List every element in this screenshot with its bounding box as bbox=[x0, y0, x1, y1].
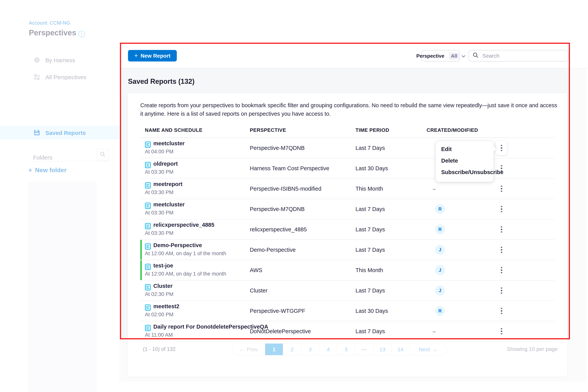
page-title: Perspectives bbox=[29, 28, 76, 37]
pagination-next-button[interactable]: Next → bbox=[409, 344, 446, 355]
perspective-filter-dropdown[interactable]: Perspective All bbox=[422, 50, 460, 62]
column-header-perspective: PERSPECTIVE bbox=[250, 127, 286, 133]
row-actions-menu-button[interactable] bbox=[496, 141, 507, 155]
report-time-period: Last 7 Days bbox=[356, 199, 385, 219]
row-actions-menu-button[interactable] bbox=[496, 182, 507, 196]
table-row[interactable]: Demo-Perspective At 12:00 AM, on day 1 o… bbox=[140, 240, 554, 260]
report-perspective: Perspective-WTGGPF bbox=[250, 301, 305, 321]
search-icon bbox=[473, 52, 478, 60]
owner-avatar: R bbox=[435, 224, 445, 234]
report-created-cell: J bbox=[426, 260, 454, 280]
report-schedule: At 02:30 PM bbox=[145, 291, 174, 297]
row-actions-menu-button[interactable] bbox=[496, 283, 507, 298]
info-icon[interactable]: i bbox=[78, 31, 85, 37]
pagination-page-button[interactable]: 2 bbox=[283, 344, 301, 355]
context-menu-item[interactable]: Edit bbox=[436, 143, 494, 155]
report-name: oldreport bbox=[153, 161, 178, 167]
table-header-row: NAME AND SCHEDULE PERSPECTIVE TIME PERIO… bbox=[140, 125, 554, 138]
report-created-cell: R bbox=[426, 301, 454, 321]
report-document-icon bbox=[145, 284, 151, 292]
context-menu-item[interactable]: Subscribe/Unsubscribe bbox=[436, 166, 494, 178]
report-time-period: This Month bbox=[356, 179, 383, 199]
pagination-page-button[interactable]: 4 bbox=[319, 344, 337, 355]
report-name: meetcluster bbox=[153, 202, 185, 208]
row-actions-menu-button[interactable] bbox=[496, 263, 507, 278]
new-report-label: New Report bbox=[141, 53, 171, 59]
report-name: meettest2 bbox=[153, 303, 179, 309]
arrow-right-icon: → bbox=[432, 346, 438, 352]
per-page-label: Showing 10 per page bbox=[480, 346, 558, 352]
row-actions-menu-button[interactable] bbox=[496, 222, 507, 237]
report-document-icon bbox=[145, 264, 151, 272]
pagination-prev-button[interactable]: ← Prev bbox=[232, 344, 265, 355]
report-created-cell: J bbox=[426, 280, 454, 300]
table-row[interactable]: meetcluster At 03:30 PM Perspective-M7QD… bbox=[140, 199, 554, 220]
sidebar-item-all-perspectives[interactable]: All Perspectives bbox=[0, 70, 120, 84]
chevron-down-icon bbox=[462, 52, 466, 59]
harness-logo-icon bbox=[34, 56, 40, 64]
pagination-page-button[interactable]: 1 bbox=[265, 344, 283, 355]
report-document-icon bbox=[145, 304, 151, 312]
new-report-button[interactable]: + New Report bbox=[128, 50, 177, 62]
report-time-period: Last 7 Days bbox=[356, 240, 385, 260]
report-created-cell: R bbox=[426, 199, 454, 219]
folders-empty-area bbox=[28, 182, 96, 392]
owner-avatar: J bbox=[435, 265, 445, 275]
report-schedule: At 12:00 AM, on day 1 of the month bbox=[145, 250, 226, 256]
new-folder-button[interactable]: + New folder bbox=[28, 167, 66, 174]
report-created-cell: J bbox=[426, 240, 454, 260]
row-actions-menu-button[interactable] bbox=[496, 202, 507, 216]
report-name: test-joe bbox=[153, 262, 173, 269]
report-perspective: Perspective-M7QDNB bbox=[250, 138, 304, 158]
report-document-icon bbox=[145, 243, 151, 251]
row-actions-menu-button[interactable] bbox=[496, 324, 507, 338]
table-row[interactable]: relicxperspective_4885 At 03:30 PM relic… bbox=[140, 220, 554, 240]
row-actions-menu-button[interactable] bbox=[496, 242, 507, 257]
owner-avatar: J bbox=[435, 286, 445, 296]
kebab-icon bbox=[501, 308, 502, 314]
table-row[interactable]: meetreport At 03:30 PM Perspective-ISIBN… bbox=[140, 179, 554, 199]
report-time-period: Last 30 Days bbox=[356, 301, 388, 321]
report-name: relicxperspective_4885 bbox=[153, 222, 214, 228]
kebab-icon bbox=[501, 145, 502, 151]
search-input[interactable] bbox=[482, 52, 560, 59]
report-schedule: At 03:30 PM bbox=[145, 230, 174, 236]
sidebar-item-saved-reports[interactable]: Saved Reports bbox=[0, 126, 120, 140]
pagination-pages: 1 2 3 4 5 ••• 13 14 bbox=[265, 344, 409, 355]
pagination-page-button[interactable]: ••• bbox=[355, 344, 373, 355]
row-actions-menu-button[interactable] bbox=[496, 304, 507, 318]
kebab-icon bbox=[501, 267, 502, 274]
column-header-time-period: TIME PERIOD bbox=[356, 127, 389, 133]
pagination-page-button[interactable]: 3 bbox=[301, 344, 319, 355]
owner-avatar: R bbox=[435, 204, 445, 214]
folders-section-label: Folders bbox=[33, 154, 52, 161]
report-perspective: DoNotDeletePerspective bbox=[250, 321, 311, 341]
account-breadcrumb[interactable]: Account: CCM-NG bbox=[29, 20, 70, 26]
reports-description: Create reports from your perspectives to… bbox=[140, 101, 560, 118]
report-perspective: Perspective-ISIBN5-modified bbox=[250, 179, 321, 199]
pagination-page-button[interactable]: 13 bbox=[373, 344, 391, 355]
report-created-cell: – bbox=[426, 321, 454, 341]
kebab-icon bbox=[501, 288, 502, 294]
folder-search-button[interactable] bbox=[96, 149, 109, 161]
sidebar-item-by-harness[interactable]: By Harness bbox=[0, 53, 120, 67]
context-menu-item[interactable]: Delete bbox=[436, 155, 494, 166]
sidebar-item-label: Saved Reports bbox=[45, 129, 86, 136]
new-folder-label: New folder bbox=[35, 167, 67, 174]
report-document-icon bbox=[145, 142, 151, 150]
kebab-icon bbox=[501, 328, 502, 334]
search-field bbox=[468, 50, 568, 62]
table-row[interactable]: Daily report For DonotdeletePerspectiveQ… bbox=[140, 321, 554, 342]
report-perspective: AWS bbox=[250, 260, 262, 280]
report-name: meetreport bbox=[153, 181, 182, 187]
table-row[interactable]: meettest2 At 02:00 PM Perspective-WTGGPF… bbox=[140, 301, 554, 321]
report-schedule: At 03:30 PM bbox=[145, 190, 174, 195]
pagination-page-button[interactable]: 5 bbox=[337, 344, 355, 355]
pagination-page-button[interactable]: 14 bbox=[391, 344, 409, 355]
table-row[interactable]: Cluster At 02:30 PM Cluster Last 7 Days … bbox=[140, 280, 554, 301]
table-row[interactable]: test-joe At 12:00 AM, on day 1 of the mo… bbox=[140, 260, 554, 280]
kebab-icon bbox=[501, 247, 502, 253]
report-schedule: At 04:00 PM bbox=[145, 149, 174, 154]
report-schedule: At 02:00 PM bbox=[145, 312, 174, 318]
report-created-cell: R bbox=[426, 220, 454, 240]
